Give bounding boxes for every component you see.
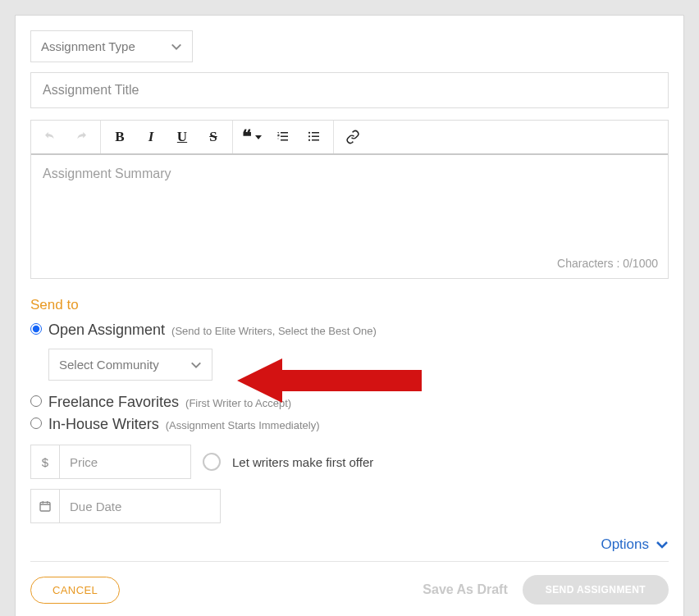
send-to-heading: Send to — [30, 297, 669, 313]
radio-inhouse[interactable]: In-House Writers (Assignment Starts Imme… — [30, 414, 669, 433]
radio-freelance[interactable]: Freelance Favorites (First Writer to Acc… — [30, 392, 669, 411]
summary-editor: B I U S ❝ Assignment Summary — [30, 120, 669, 279]
send-assignment-button[interactable]: SEND ASSIGNMENT — [523, 575, 669, 605]
price-input[interactable] — [60, 445, 191, 479]
underline-button[interactable]: U — [167, 125, 198, 149]
editor-toolbar: B I U S ❝ — [31, 121, 668, 155]
calendar-icon — [30, 489, 60, 523]
radio-open-input[interactable] — [30, 323, 42, 335]
chevron-down-icon — [656, 538, 669, 551]
strike-button[interactable]: S — [198, 125, 229, 149]
radio-inhouse-label: In-House Writers — [48, 416, 159, 433]
cancel-button[interactable]: CANCEL — [30, 577, 120, 604]
assignment-type-placeholder: Assignment Type — [41, 39, 135, 53]
svg-point-0 — [308, 132, 310, 134]
first-offer-checkbox[interactable] — [203, 453, 221, 471]
community-select-placeholder: Select Community — [59, 358, 159, 372]
price-prefix: $ — [30, 445, 60, 479]
radio-open-label: Open Assignment — [48, 322, 165, 339]
unordered-list-button[interactable] — [299, 125, 330, 149]
assignment-form-card: Assignment Type B I U S ❝ — [15, 15, 684, 616]
undo-button[interactable] — [34, 125, 66, 149]
radio-open-assignment[interactable]: Open Assignment (Send to Elite Writers, … — [30, 320, 669, 339]
chevron-down-icon — [190, 359, 202, 371]
redo-button[interactable] — [66, 125, 97, 149]
chevron-down-icon — [171, 41, 182, 52]
link-button[interactable] — [337, 125, 368, 149]
svg-rect-3 — [40, 502, 50, 511]
radio-open-hint: (Send to Elite Writers, Select the Best … — [171, 325, 377, 337]
svg-point-1 — [308, 135, 310, 137]
bold-button[interactable]: B — [104, 125, 135, 149]
radio-freelance-input[interactable] — [30, 395, 42, 407]
save-draft-button[interactable]: Save As Draft — [423, 582, 507, 597]
options-label: Options — [601, 536, 649, 553]
due-date-input[interactable] — [60, 489, 221, 523]
first-offer-label: Let writers make first offer — [232, 455, 373, 469]
footer-bar: CANCEL Save As Draft SEND ASSIGNMENT — [30, 561, 669, 605]
options-toggle[interactable]: Options — [601, 536, 669, 553]
community-select[interactable]: Select Community — [48, 349, 212, 381]
quote-button[interactable]: ❝ — [236, 125, 267, 149]
summary-placeholder: Assignment Summary — [43, 167, 171, 180]
radio-freelance-label: Freelance Favorites — [48, 394, 179, 411]
assignment-type-select[interactable]: Assignment Type — [30, 30, 193, 62]
radio-freelance-hint: (First Writer to Accept) — [185, 397, 291, 409]
italic-button[interactable]: I — [135, 125, 167, 149]
character-count: Characters : 0/1000 — [557, 257, 658, 270]
ordered-list-button[interactable] — [267, 125, 299, 149]
radio-inhouse-input[interactable] — [30, 418, 42, 429]
svg-point-2 — [308, 139, 310, 141]
assignment-title-input[interactable] — [30, 72, 669, 108]
summary-textarea[interactable]: Assignment Summary Characters : 0/1000 — [31, 155, 668, 278]
radio-inhouse-hint: (Assignment Starts Immediately) — [166, 419, 320, 431]
